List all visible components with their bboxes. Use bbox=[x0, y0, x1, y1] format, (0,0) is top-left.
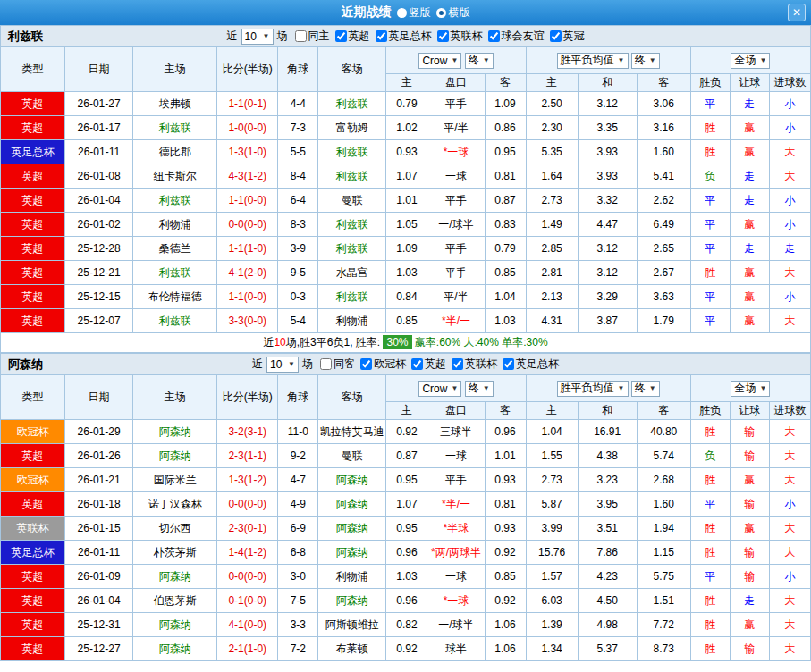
filter-checkbox-同主[interactable]: 同主 bbox=[291, 29, 330, 44]
avg-draw: 3.32 bbox=[578, 189, 637, 213]
checkbox-icon[interactable] bbox=[452, 358, 463, 370]
result-wdl: 平 bbox=[690, 309, 730, 333]
layout-radio-vertical[interactable]: 竖版 bbox=[397, 5, 431, 21]
filter-label: 同客 bbox=[334, 357, 355, 372]
league-filter-checkboxes: 同主英超英足总杯英联杯球会友谊英冠 bbox=[291, 29, 585, 44]
col-header-date: 日期 bbox=[65, 47, 133, 92]
checkbox-icon[interactable] bbox=[376, 30, 387, 42]
filter-checkbox-英联杯[interactable]: 英联杯 bbox=[448, 357, 497, 372]
filter-label: 英冠 bbox=[563, 29, 585, 44]
match-count-select[interactable]: 10▼ bbox=[266, 357, 299, 373]
section-header: 利兹联 近 10▼ 场 同主英超英足总杯英联杯球会友谊英冠 bbox=[0, 25, 811, 46]
games-label: 场 bbox=[277, 29, 288, 44]
odds-away: 1.06 bbox=[485, 637, 526, 661]
avg-away: 40.80 bbox=[637, 420, 690, 444]
league-badge: 英超 bbox=[1, 492, 65, 517]
odds-group-header: Crow▼ 终▼ bbox=[386, 375, 526, 402]
result-wdl: 平 bbox=[690, 189, 730, 213]
avg-away: 2.65 bbox=[637, 237, 690, 261]
corners: 8-3 bbox=[278, 213, 318, 237]
checkbox-icon[interactable] bbox=[488, 30, 500, 42]
bookmaker-select[interactable]: Crow▼ bbox=[418, 381, 461, 397]
result-wdl: 胜 bbox=[690, 613, 730, 637]
handicap-line: *两/两球半 bbox=[427, 541, 485, 565]
checkbox-icon[interactable] bbox=[295, 30, 307, 42]
handicap-line: 平手 bbox=[427, 261, 485, 285]
away-team: 富勒姆 bbox=[318, 116, 386, 140]
match-row: 英足总杯26-01-11德比郡1-3(1-0)5-5利兹联0.93*一球0.95… bbox=[1, 140, 811, 164]
scope-select[interactable]: 全场▼ bbox=[731, 53, 770, 69]
avg-odds-select[interactable]: 胜平负均值▼ bbox=[557, 53, 629, 69]
odds-home: 0.82 bbox=[386, 613, 427, 637]
match-count-select[interactable]: 10▼ bbox=[241, 29, 274, 45]
avg-away: 5.75 bbox=[637, 565, 690, 589]
filter-checkbox-英超[interactable]: 英超 bbox=[408, 357, 446, 372]
avg-home: 5.87 bbox=[526, 492, 578, 517]
league-badge: 英超 bbox=[1, 309, 65, 333]
avg-draw: 3.51 bbox=[578, 517, 637, 541]
chevron-down-icon: ▼ bbox=[759, 56, 766, 64]
layout-radio-horizontal[interactable]: 横版 bbox=[436, 5, 470, 21]
result-goals: 大 bbox=[769, 541, 810, 565]
subcol-handicap-result: 让球 bbox=[730, 74, 769, 92]
league-badge: 英超 bbox=[1, 261, 65, 285]
corners: 7-2 bbox=[278, 637, 318, 661]
avg-home: 5.35 bbox=[526, 140, 578, 164]
avg-group-header: 胜平负均值▼ 终▼ bbox=[526, 47, 690, 74]
filter-checkbox-球会友谊[interactable]: 球会友谊 bbox=[485, 29, 545, 44]
odds-away: 0.87 bbox=[485, 189, 526, 213]
result-wdl: 负 bbox=[690, 164, 730, 189]
avg-final-select[interactable]: 终▼ bbox=[631, 53, 660, 69]
checkbox-icon[interactable] bbox=[550, 30, 562, 42]
checkbox-icon[interactable] bbox=[437, 30, 449, 42]
filter-checkbox-英冠[interactable]: 英冠 bbox=[546, 29, 585, 44]
avg-final-select[interactable]: 终▼ bbox=[631, 381, 660, 397]
scope-select[interactable]: 全场▼ bbox=[731, 381, 770, 397]
avg-home: 6.03 bbox=[526, 589, 578, 613]
odds-final-select[interactable]: 终▼ bbox=[465, 53, 494, 69]
result-goals: 小 bbox=[769, 213, 810, 237]
bookmaker-select[interactable]: Crow▼ bbox=[418, 53, 461, 69]
result-wdl: 胜 bbox=[690, 261, 730, 285]
odds-away: 0.92 bbox=[485, 589, 526, 613]
avg-home: 2.85 bbox=[526, 237, 578, 261]
avg-away: 2.68 bbox=[637, 468, 690, 492]
odds-home: 0.84 bbox=[386, 285, 427, 309]
avg-home: 1.64 bbox=[526, 164, 578, 189]
league-badge: 英超 bbox=[1, 613, 65, 637]
filter-checkbox-英联杯[interactable]: 英联杯 bbox=[434, 29, 483, 44]
result-goals: 大 bbox=[769, 420, 810, 444]
filter-checkbox-英足总杯[interactable]: 英足总杯 bbox=[499, 357, 559, 372]
filter-checkbox-英超[interactable]: 英超 bbox=[332, 29, 370, 44]
odds-home: 0.95 bbox=[386, 468, 427, 492]
filter-checkbox-欧冠杯[interactable]: 欧冠杯 bbox=[357, 357, 406, 372]
handicap-line: *半/一 bbox=[427, 309, 485, 333]
home-team: 利兹联 bbox=[133, 189, 217, 213]
odds-home: 1.09 bbox=[386, 237, 427, 261]
result-goals: 大 bbox=[769, 517, 810, 541]
avg-home: 2.30 bbox=[526, 116, 578, 140]
home-team: 利兹联 bbox=[133, 261, 217, 285]
avg-away: 5.41 bbox=[637, 164, 690, 189]
checkbox-icon[interactable] bbox=[503, 358, 514, 370]
checkbox-icon[interactable] bbox=[335, 30, 347, 42]
filter-checkbox-同客[interactable]: 同客 bbox=[317, 357, 355, 372]
match-date: 25-12-21 bbox=[65, 261, 133, 285]
match-row: 欧冠杯26-01-21国际米兰1-3(1-2)4-7阿森纳0.95平手0.932… bbox=[1, 468, 811, 492]
avg-home: 1.55 bbox=[526, 444, 578, 468]
match-date: 25-12-07 bbox=[65, 309, 133, 333]
checkbox-icon[interactable] bbox=[411, 358, 423, 370]
result-handicap: 赢 bbox=[730, 116, 769, 140]
avg-draw: 3.95 bbox=[578, 492, 637, 517]
avg-odds-select[interactable]: 胜平负均值▼ bbox=[557, 381, 629, 397]
odds-final-select[interactable]: 终▼ bbox=[465, 381, 494, 397]
checkbox-icon[interactable] bbox=[320, 358, 332, 370]
close-icon[interactable]: ✕ bbox=[788, 4, 806, 21]
result-wdl: 胜 bbox=[690, 637, 730, 661]
league-badge: 英超 bbox=[1, 213, 65, 237]
handicap-line: 平手 bbox=[427, 468, 485, 492]
filter-checkbox-英足总杯[interactable]: 英足总杯 bbox=[372, 29, 432, 44]
score: 2-3(0-1) bbox=[217, 517, 278, 541]
checkbox-icon[interactable] bbox=[360, 358, 372, 370]
avg-draw: 4.50 bbox=[578, 589, 637, 613]
